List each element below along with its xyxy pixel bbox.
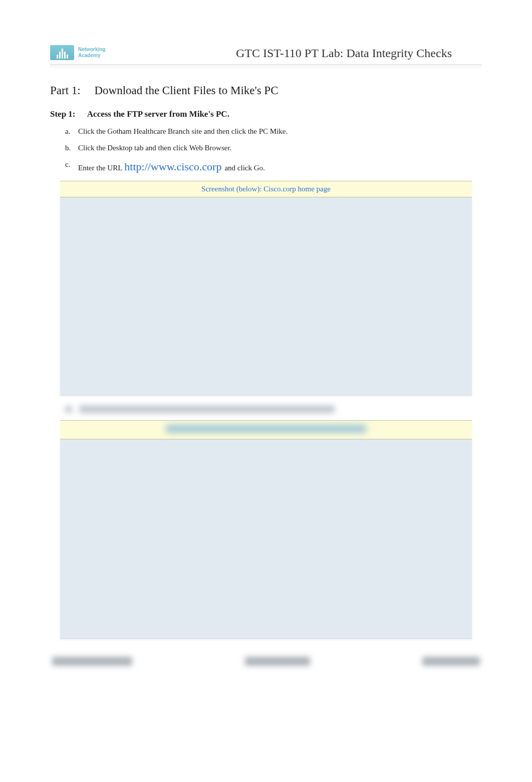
- item-letter: b.: [65, 143, 78, 153]
- logo-block: Networking Academy: [50, 45, 105, 60]
- list-item: a. Click the Gotham Healthcare Branch si…: [65, 126, 482, 137]
- part-number: Part 1:: [50, 84, 81, 97]
- step-heading: Step 1: Access the FTP server from Mike'…: [50, 109, 482, 119]
- screenshot-placeholder: [60, 197, 472, 395]
- item-text: Click the Gotham Healthcare Branch site …: [78, 126, 482, 137]
- page-header: Networking Academy GTC IST-110 PT Lab: D…: [50, 30, 482, 60]
- header-divider: [50, 64, 482, 69]
- footer-center: [245, 657, 310, 666]
- item-text-after: and click Go.: [224, 163, 264, 173]
- blurred-instruction: [50, 405, 482, 413]
- footer-right: [422, 657, 480, 666]
- step-title: Access the FTP server from Mike's PC.: [87, 109, 229, 119]
- page-footer: [50, 657, 482, 666]
- list-item: c. Enter the URL http://www.cisco.corp a…: [65, 159, 482, 175]
- item-letter: c.: [65, 159, 78, 175]
- footer-left: [52, 657, 132, 666]
- item-letter: a.: [65, 126, 78, 137]
- instruction-list: a. Click the Gotham Healthcare Branch si…: [50, 126, 482, 175]
- item-text-before: Enter the URL: [78, 163, 122, 173]
- logo-text: Networking Academy: [78, 47, 105, 59]
- logo-line1: Networking: [78, 47, 105, 53]
- item-text: Click the Desktop tab and then click Web…: [78, 143, 482, 153]
- url-link[interactable]: http://www.cisco.corp: [122, 159, 224, 175]
- screenshot-caption: Screenshot (below): Cisco.corp home page: [60, 181, 472, 197]
- part-heading: Part 1: Download the Client Files to Mik…: [50, 84, 482, 97]
- item-text: Enter the URL http://www.cisco.corp and …: [78, 159, 482, 175]
- logo-line2: Academy: [78, 53, 105, 59]
- step-number: Step 1:: [50, 109, 76, 119]
- list-item: b. Click the Desktop tab and then click …: [65, 143, 482, 153]
- blurred-screenshot-caption: [60, 420, 472, 439]
- screenshot-placeholder: [60, 439, 472, 639]
- page-title: GTC IST-110 PT Lab: Data Integrity Check…: [105, 47, 482, 60]
- cisco-logo-icon: [50, 45, 74, 60]
- part-title: Download the Client Files to Mike's PC: [94, 84, 278, 97]
